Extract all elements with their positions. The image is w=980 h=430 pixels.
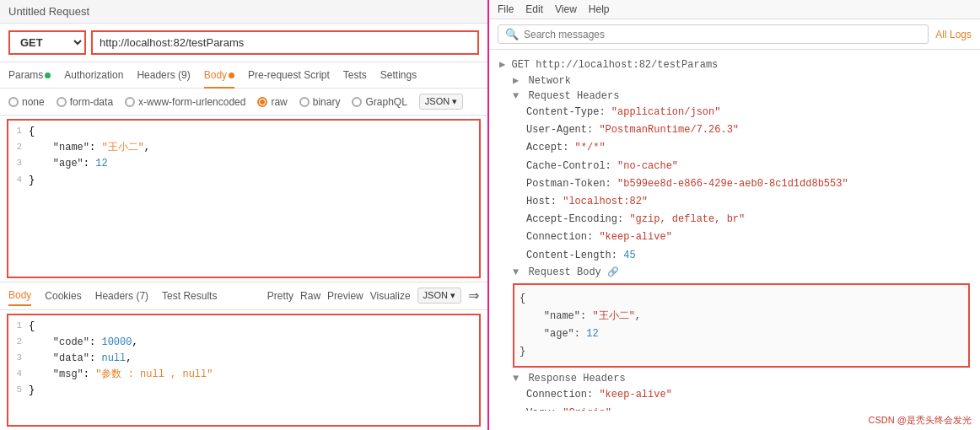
format-graphql-label: GraphQL [365, 96, 407, 108]
req-headers-content: Content-Type: "application/json" User-Ag… [513, 104, 970, 265]
menu-bar: File Edit View Help [498, 3, 610, 15]
resp-json-badge[interactable]: JSON ▾ [417, 288, 461, 304]
request-body-section: ▼ Request Body 🔗 { "name": "王小二", "age":… [499, 265, 970, 368]
resp-line-5: 5 } [8, 383, 479, 399]
window-title: Untitled Request [0, 0, 487, 24]
req-line-2: 2 "name": "王小二", [8, 140, 479, 156]
right-header: File Edit View Help [489, 0, 980, 19]
tab-settings[interactable]: Settings [380, 66, 417, 84]
tab-authorization[interactable]: Authorization [64, 66, 123, 84]
right-content: ▶ GET http://localhost:82/testParams ▶ N… [489, 50, 980, 411]
tabs-row: Params Authorization Headers (9) Body Pr… [0, 62, 487, 89]
format-none[interactable]: none [8, 96, 45, 108]
resp-header-vary-1: Vary: "Origin" [526, 405, 970, 411]
request-url-text: GET http://localhost:82/testParams [511, 59, 718, 71]
header-accept: Accept: "*/*" [526, 139, 970, 157]
resp-header-connection: Connection: "keep-alive" [526, 386, 970, 404]
json-type-badge[interactable]: JSON ▾ [419, 94, 463, 110]
req-body-brace-close: } [520, 343, 963, 361]
params-dot [45, 73, 51, 78]
tab-tests[interactable]: Tests [343, 66, 367, 84]
tab-body[interactable]: Body [204, 66, 234, 84]
format-none-label: none [22, 96, 45, 108]
resp-line-1: 1 { [8, 319, 479, 335]
req-headers-header[interactable]: ▼ Request Headers [513, 89, 970, 104]
url-input-wrapper [91, 30, 479, 55]
right-panel: File Edit View Help 🔍 All Logs ▶ GET htt… [489, 0, 980, 430]
format-urlencoded-label: x-www-form-urlencoded [138, 96, 245, 108]
req-body-label: Request Body [528, 266, 607, 278]
search-area: 🔍 All Logs [489, 19, 980, 50]
network-header[interactable]: ▶ Network [513, 73, 970, 89]
radio-form-data [57, 97, 67, 107]
watermark: CSDN @是秃头终会发光 [489, 411, 980, 430]
req-body-header[interactable]: ▼ Request Body 🔗 [513, 265, 970, 280]
format-raw-label: raw [271, 96, 287, 108]
resp-line-2: 2 "code": 10000, [8, 335, 479, 351]
header-cache-control: Cache-Control: "no-cache" [526, 158, 970, 175]
resp-raw[interactable]: Raw [300, 287, 320, 305]
resp-tab-headers[interactable]: Headers (7) [95, 287, 148, 305]
response-area: Body Cookies Headers (7) Test Results Pr… [0, 282, 487, 431]
req-headers-arrow: ▼ [513, 90, 519, 102]
header-host: Host: "localhost:82" [526, 193, 970, 211]
all-logs-button[interactable]: All Logs [935, 29, 972, 40]
format-urlencoded[interactable]: x-www-form-urlencoded [125, 96, 245, 108]
menu-view[interactable]: View [555, 3, 577, 15]
resp-preview[interactable]: Preview [327, 287, 363, 305]
resp-visualize[interactable]: Visualize [370, 287, 411, 305]
url-bar: GET POST PUT DELETE [0, 24, 487, 62]
radio-none [8, 97, 19, 107]
response-tabs: Body Cookies Headers (7) Test Results Pr… [0, 282, 487, 310]
request-body-editor[interactable]: 1 { 2 "name": "王小二", 3 "age": 12 4 } [7, 119, 481, 278]
network-section: ▶ Network [499, 73, 970, 89]
format-graphql[interactable]: GraphQL [352, 96, 407, 108]
request-body-box: { "name": "王小二", "age": 12 } [513, 283, 970, 368]
radio-raw [257, 97, 267, 107]
resp-tab-test-results[interactable]: Test Results [162, 287, 217, 305]
menu-help[interactable]: Help [589, 3, 610, 15]
left-panel: Untitled Request GET POST PUT DELETE Par… [0, 0, 489, 430]
response-body-editor[interactable]: 1 { 2 "code": 10000, 3 "data": null, 4 [7, 314, 481, 427]
format-binary-label: binary [313, 96, 341, 108]
menu-edit[interactable]: Edit [525, 3, 543, 15]
format-binary[interactable]: binary [299, 96, 341, 108]
resp-tab-body[interactable]: Body [8, 286, 31, 306]
search-icon: 🔍 [505, 28, 519, 40]
response-headers-section: ▼ Response Headers Connection: "keep-ali… [499, 371, 970, 411]
header-user-agent: User-Agent: "PostmanRuntime/7.26.3" [526, 121, 970, 139]
resp-pretty[interactable]: Pretty [267, 287, 293, 305]
menu-file[interactable]: File [498, 3, 514, 15]
header-content-length: Content-Length: 45 [526, 247, 970, 265]
radio-binary [299, 97, 310, 107]
format-form-data-label: form-data [70, 96, 113, 108]
header-accept-encoding: Accept-Encoding: "gzip, deflate, br" [526, 211, 970, 228]
tab-headers[interactable]: Headers (9) [137, 66, 190, 84]
header-connection: Connection: "keep-alive" [526, 228, 970, 246]
network-arrow: ▶ [513, 74, 519, 87]
req-line-4: 4 } [8, 173, 479, 189]
tab-params[interactable]: Params [8, 66, 51, 84]
format-raw[interactable]: raw [257, 96, 287, 108]
resp-line-3: 3 "data": null, [8, 351, 479, 367]
format-row: none form-data x-www-form-urlencoded raw… [0, 89, 487, 116]
resp-headers-content: Connection: "keep-alive" Vary: "Origin" … [513, 386, 970, 411]
format-form-data[interactable]: form-data [57, 96, 113, 108]
header-postman-token: Postman-Token: "b599ee8d-e866-429e-aeb0-… [526, 175, 970, 193]
request-headers-section: ▼ Request Headers Content-Type: "applica… [499, 89, 970, 265]
resp-headers-header[interactable]: ▼ Response Headers [513, 371, 970, 386]
resp-controls: Pretty Raw Preview Visualize JSON ▾ ⇒ [267, 287, 479, 305]
url-input[interactable] [93, 32, 477, 53]
resp-copy-icon[interactable]: ⇒ [468, 288, 479, 304]
req-body-link-icon: 🔗 [607, 267, 619, 277]
req-body-age: "age": 12 [520, 325, 963, 343]
resp-tab-cookies[interactable]: Cookies [45, 287, 81, 305]
radio-urlencoded [125, 97, 135, 107]
resp-headers-arrow: ▼ [513, 373, 519, 384]
search-input[interactable] [524, 29, 921, 40]
req-body-arrow: ▼ [513, 266, 519, 278]
resp-line-4: 4 "msg": "参数 : null , null" [8, 367, 479, 383]
tab-pre-request[interactable]: Pre-request Script [248, 66, 330, 84]
radio-graphql [352, 97, 362, 107]
method-select[interactable]: GET POST PUT DELETE [8, 30, 86, 55]
